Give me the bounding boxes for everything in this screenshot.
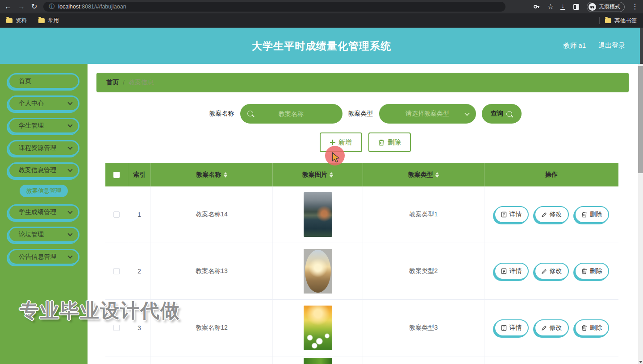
- image-cell: [273, 243, 363, 299]
- edit-button[interactable]: 修改: [534, 319, 569, 336]
- incognito-icon: [589, 3, 596, 11]
- row-index: 3: [138, 324, 141, 331]
- scrollbar-thumb[interactable]: [638, 66, 643, 173]
- detail-button[interactable]: 详情: [494, 206, 529, 223]
- lesson-image-desert-sunset[interactable]: [304, 249, 332, 294]
- checkbox-cell: [105, 186, 128, 243]
- table-toolbar: 新增 删除: [88, 132, 643, 152]
- detail-label: 详情: [509, 267, 522, 275]
- lesson-image-mountain-lake[interactable]: [304, 192, 332, 237]
- trash-icon: [581, 211, 587, 218]
- scrollbar-down-arrow[interactable]: [639, 361, 643, 363]
- detail-button[interactable]: 详情: [494, 263, 529, 280]
- bookmark-star-icon[interactable]: ☆: [547, 3, 554, 10]
- chevron-down-icon: [67, 122, 72, 127]
- header-label: 教案类型: [408, 171, 433, 179]
- trash-icon: [378, 139, 384, 146]
- sidebar-item-label: 论坛管理: [19, 231, 68, 239]
- chevron-down-icon: [67, 167, 72, 172]
- reload-icon[interactable]: ↻: [31, 3, 37, 10]
- pen-icon: [541, 269, 547, 274]
- sidebar-item-student-scores[interactable]: 学生成绩管理: [8, 204, 79, 220]
- other-bookmarks[interactable]: 其他书签: [605, 17, 637, 25]
- type-cell: 教案类型1: [363, 186, 484, 243]
- breadcrumb-current: 教案信息: [129, 79, 154, 87]
- image-cell: [273, 300, 363, 356]
- type-cell: [363, 356, 484, 364]
- divider: [599, 17, 600, 24]
- edit-label: 修改: [550, 211, 562, 219]
- bookmark-folder[interactable]: 资料: [6, 17, 27, 25]
- edit-button[interactable]: 修改: [534, 206, 569, 223]
- pen-icon: [541, 212, 547, 218]
- watermark: 专业毕业设计代做: [20, 298, 180, 324]
- breadcrumb-separator: /: [123, 79, 125, 86]
- search-button[interactable]: 查询: [482, 104, 522, 124]
- folder-icon: [6, 18, 13, 23]
- side-panel-icon[interactable]: [572, 3, 580, 11]
- incognito-label: 无痕模式: [599, 3, 620, 11]
- chevron-down-icon: [67, 231, 72, 236]
- row-checkbox[interactable]: [113, 268, 120, 274]
- type-filter-label: 教案类型: [348, 110, 373, 118]
- lesson-image-partial[interactable]: [304, 358, 332, 364]
- header-label: 索引: [133, 171, 146, 179]
- lesson-name: 教案名称12: [196, 324, 228, 332]
- sort-icon[interactable]: [435, 172, 439, 178]
- lesson-name-input[interactable]: [240, 104, 342, 124]
- sidebar-item-home[interactable]: 首页: [8, 73, 79, 89]
- select-all-checkbox[interactable]: [113, 172, 120, 178]
- edit-label: 修改: [550, 267, 562, 275]
- index-cell: 1: [128, 186, 151, 243]
- table-header-row: 索引 教案名称 教案图片 教案类型 操作: [105, 163, 618, 186]
- lesson-type-select[interactable]: 请选择教案类型: [379, 104, 476, 124]
- plus-icon: [330, 140, 335, 145]
- sidebar-item-forum-management[interactable]: 论坛管理: [8, 227, 79, 243]
- sidebar-item-announcement-management[interactable]: 公告信息管理: [8, 249, 79, 265]
- actions-cell: 详情 修改 删除: [484, 243, 618, 299]
- detail-button[interactable]: 详情: [494, 319, 529, 336]
- header-type[interactable]: 教案类型: [363, 163, 484, 186]
- delete-button-label: 删除: [388, 138, 401, 147]
- row-checkbox[interactable]: [113, 325, 120, 331]
- download-icon[interactable]: ↓: [560, 4, 565, 9]
- password-key-icon[interactable]: [533, 3, 541, 11]
- edit-button[interactable]: 修改: [534, 263, 569, 280]
- sidebar-item-course-resources[interactable]: 课程资源管理: [8, 140, 79, 156]
- batch-delete-button[interactable]: 删除: [368, 132, 411, 152]
- document-icon: [501, 325, 507, 331]
- sort-icon[interactable]: [330, 172, 333, 178]
- bookmark-folder[interactable]: 常用: [38, 17, 59, 25]
- incognito-badge: 无痕模式: [587, 2, 625, 12]
- delete-label: 删除: [590, 324, 602, 332]
- delete-button[interactable]: 删除: [575, 319, 609, 336]
- sidebar-item-student-management[interactable]: 学生管理: [8, 118, 79, 134]
- sort-icon[interactable]: [224, 172, 227, 178]
- address-bar[interactable]: ⓘ localhost:8081/#/fabujiaoan: [43, 2, 505, 12]
- browser-menu-icon[interactable]: ⋮: [631, 3, 639, 10]
- header-name[interactable]: 教案名称: [151, 163, 273, 186]
- scrollbar[interactable]: [638, 64, 643, 364]
- sidebar-subitem-lesson-plan-info[interactable]: 教案信息管理: [20, 185, 68, 197]
- toolbar-right: ☆ ↓ 无痕模式 ⋮: [533, 2, 639, 12]
- lesson-type: 教案类型3: [409, 324, 438, 332]
- delete-button[interactable]: 删除: [575, 206, 609, 223]
- bookmark-label: 常用: [48, 17, 59, 25]
- delete-button[interactable]: 删除: [575, 263, 609, 280]
- lesson-image-daisy-field[interactable]: [304, 306, 332, 350]
- forward-icon[interactable]: →: [18, 3, 25, 10]
- sidebar-item-label: 教案信息管理: [19, 166, 68, 174]
- site-info-icon[interactable]: ⓘ: [49, 3, 54, 11]
- back-icon[interactable]: ←: [4, 3, 12, 10]
- url-text[interactable]: localhost:8081/#/fabujiaoan: [58, 4, 126, 10]
- lesson-plan-table: 索引 教案名称 教案图片 教案类型 操作 1 教案名称14 教案类型1 详情: [105, 163, 618, 364]
- row-checkbox[interactable]: [113, 211, 120, 218]
- header-image[interactable]: 教案图片: [273, 163, 363, 186]
- sidebar-item-lesson-plan-management[interactable]: 教案信息管理: [8, 162, 79, 178]
- logout-link[interactable]: 退出登录: [598, 41, 625, 50]
- actions-cell: 详情 修改 删除: [484, 300, 618, 356]
- breadcrumb-home[interactable]: 首页: [106, 79, 119, 87]
- lesson-name: 教案名称14: [196, 211, 228, 219]
- breadcrumb: 首页 / 教案信息: [96, 73, 629, 92]
- sidebar-item-personal-center[interactable]: 个人中心: [8, 95, 79, 112]
